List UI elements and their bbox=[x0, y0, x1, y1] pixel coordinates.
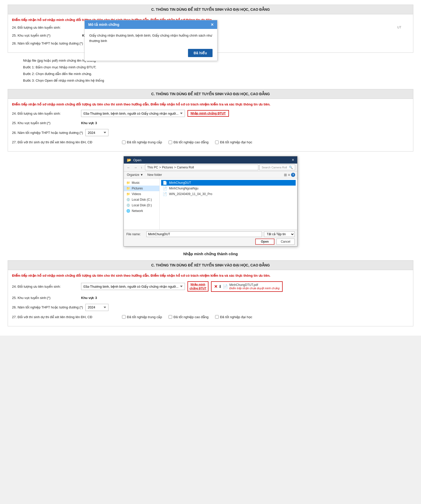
section2-warning: Điểm tiếp nhận hồ sơ nhập minh chứng đối… bbox=[12, 102, 409, 107]
upload-delete-icon[interactable]: ✕ bbox=[214, 284, 217, 289]
section2-header: C. THÔNG TIN DÙNG ĐỂ XÉT TUYỂN SINH VÀO … bbox=[8, 89, 413, 99]
section2-row25-label: 25. Khu vực tuyển sinh:(*) bbox=[12, 121, 79, 125]
section3-chk2-group: Đã tốt nghiệp cao đẳng bbox=[169, 315, 208, 319]
sidebar-item-pictures-label: Pictures bbox=[132, 187, 143, 190]
section3-body: Điểm tiếp nhận hồ sơ nhập minh chứng đối… bbox=[8, 270, 413, 326]
filename-row: File name: Tất cả Tệp tin bbox=[126, 231, 295, 237]
sidebar-item-local-c-label: Local Disk (C:) bbox=[132, 198, 152, 201]
dialog-buttons-row: Open Cancel bbox=[126, 239, 295, 245]
section3-row24-label: 24. Đối tượng ưu tiên tuyển sinh: bbox=[12, 285, 79, 288]
dialog-open-button[interactable]: Open bbox=[255, 239, 274, 245]
view-large-icon[interactable]: ⊞ bbox=[284, 173, 287, 177]
file-item-0[interactable]: 📄 MinhChungDUT bbox=[161, 180, 296, 186]
section2-row27: 27. Đối với thí sinh dự thi để xét liên … bbox=[12, 140, 409, 144]
section2-row24-dropdown[interactable]: 03a-Thương binh, bệnh binh, người có Giấ… bbox=[81, 110, 185, 117]
section2-row26-label: 26. Năm tốt nghiệp THPT hoặc tương đương… bbox=[12, 131, 83, 135]
modal-header: Mô tả minh chứng × bbox=[85, 20, 217, 29]
dialog-actions-bar: Organize ▼ New folder ⊞ ≡ ? bbox=[124, 171, 297, 178]
sidebar-item-local-c[interactable]: 💿 Local Disk (C:) bbox=[124, 197, 159, 202]
file-name-1: MinhChungNgoaiNgu bbox=[169, 187, 198, 190]
section3-header: C. THÔNG TIN DÙNG ĐỂ XÉT TUYỂN SINH VÀO … bbox=[8, 261, 413, 270]
filetype-dropdown[interactable]: Tất cả Tệp tin bbox=[264, 231, 295, 237]
modal-overlay: Mô tả minh chứng × Giấy chứng nhận thươn… bbox=[84, 20, 217, 61]
file-item-1[interactable]: 📄 MinhChungNgoaiNgu bbox=[161, 186, 296, 191]
dialog-path-bar: This PC > Pictures > Camera Roll Search … bbox=[145, 165, 295, 170]
dialog-search-box[interactable]: Search Camera Roll 🔍 bbox=[259, 165, 295, 170]
file-icon-0: 📄 bbox=[163, 181, 167, 185]
section3-row25: 25. Khu vực tuyển sinh:(*) Khu vực 3 bbox=[12, 296, 409, 300]
dialog-nav-forward[interactable]: → bbox=[133, 165, 138, 170]
sidebar-item-network[interactable]: 🌐 Network bbox=[124, 208, 159, 214]
section1-row24-label: 24. Đối tượng ưu tiên tuyển sinh: bbox=[12, 26, 79, 29]
dialog-bottom-bar: File name: Tất cả Tệp tin Open Cancel bbox=[124, 230, 297, 246]
path-camera-roll[interactable]: Camera Roll bbox=[177, 166, 194, 169]
section3-warning: Điểm tiếp nhận hồ sơ nhập minh chứng đối… bbox=[12, 273, 409, 278]
file-item-2[interactable]: 📄 WIN_20240409_11_04_30_Pro bbox=[161, 191, 296, 197]
path-this-pc[interactable]: This PC bbox=[147, 166, 158, 169]
organize-button[interactable]: Organize ▼ bbox=[126, 173, 144, 177]
modal-box: Mô tả minh chứng × Giấy chứng nhận thươn… bbox=[84, 20, 217, 61]
section2-row25: 25. Khu vực tuyển sinh:(*) Khu vực 3 bbox=[12, 121, 409, 125]
view-icons: ⊞ ≡ ? bbox=[284, 173, 295, 177]
section3-row26-dropdown[interactable]: 2024 bbox=[85, 304, 108, 311]
upload-doc-icon: 📄 bbox=[223, 284, 228, 289]
section3-chk2[interactable] bbox=[169, 315, 172, 319]
section2-row27-label: 27. Đối với thí sinh dự thi để xét liên … bbox=[12, 140, 119, 144]
section3-chk3-group: Đã tốt nghiệp đại học bbox=[215, 315, 252, 319]
section1-outer: C. THÔNG TIN DÙNG ĐỂ XÉT TUYỂN SINH VÀO … bbox=[8, 5, 413, 53]
dialog-cancel-button[interactable]: Cancel bbox=[276, 239, 295, 245]
sidebar-item-videos[interactable]: 📁 Videos bbox=[124, 191, 159, 197]
section3-chk1-group: Đã tốt nghiệp trung cấp bbox=[122, 315, 162, 319]
upload-filename: MinhChungDTUT.pdf bbox=[229, 283, 279, 287]
success-title: Nhập minh chứng thành công bbox=[8, 252, 413, 256]
section2-chk3-group: Đã tốt nghiệp đại học bbox=[215, 140, 252, 144]
instruction-line2: Bước 2: Chọn đường dẫn đến file minh chứ… bbox=[23, 71, 413, 77]
view-list-icon[interactable]: ≡ bbox=[288, 173, 290, 177]
dialog-nav-up[interactable]: ↑ bbox=[140, 165, 143, 170]
sidebar-item-pictures[interactable]: 📁 Pictures bbox=[124, 186, 159, 191]
section2-title: C. THÔNG TIN DÙNG ĐỂ XÉT TUYỂN SINH VÀO … bbox=[151, 92, 270, 96]
sidebar-item-local-d[interactable]: 💿 Local Disk (D:) bbox=[124, 202, 159, 208]
dialog-sidebar: 📁 Music 📁 Pictures 📁 Videos 💿 Local Disk… bbox=[124, 178, 160, 230]
upload-info: MinhChungDTUT.pdf Điểm tiếp nhận chưa du… bbox=[229, 283, 280, 290]
modal-close-button[interactable]: × bbox=[211, 22, 214, 27]
network-icon: 🌐 bbox=[126, 209, 130, 213]
file-name-2: WIN_20240409_11_04_30_Pro bbox=[169, 192, 212, 196]
section3-row27-label: 27. Đối với thí sinh dự thi để xét liên … bbox=[12, 315, 119, 319]
modal-confirm-button[interactable]: Đã hiểu bbox=[188, 49, 213, 57]
section2-row24-label: 24. Đối tượng ưu tiên tuyển sinh: bbox=[12, 112, 79, 115]
open-dialog-wrapper: 📂 Open × ← → ↑ This PC > Pictures > Came… bbox=[8, 156, 413, 246]
instruction-line0: Nhập file (jpg hoặc pdf) minh chứng lên … bbox=[23, 57, 413, 64]
dialog-nav-back[interactable]: ← bbox=[126, 165, 131, 170]
section2-chk3-label: Đã tốt nghiệp đại học bbox=[220, 140, 252, 144]
section2-chk2[interactable] bbox=[169, 141, 172, 144]
section1-row25-label: 25. Khu vực tuyển sinh:(*) bbox=[12, 34, 79, 37]
path-pictures[interactable]: Pictures bbox=[162, 166, 173, 169]
upload-download-icon[interactable]: ⬇ bbox=[218, 284, 222, 289]
section1-row26-label: 26. Năm tốt nghiệp THPT hoặc tương đương… bbox=[12, 41, 83, 45]
section2-chk1[interactable] bbox=[122, 141, 126, 144]
section3-chk1[interactable] bbox=[122, 315, 126, 319]
filename-input[interactable] bbox=[146, 231, 262, 237]
music-folder-icon: 📁 bbox=[126, 181, 130, 185]
file-name-0: MinhChungDUT bbox=[169, 181, 191, 185]
section3-chk3[interactable] bbox=[215, 315, 219, 319]
new-folder-button[interactable]: New folder bbox=[146, 173, 163, 177]
dialog-toolbar: ← → ↑ This PC > Pictures > Camera Roll S… bbox=[124, 164, 297, 171]
path-sep2: > bbox=[174, 166, 176, 169]
help-icon[interactable]: ? bbox=[291, 173, 295, 177]
dialog-close-button[interactable]: × bbox=[292, 158, 294, 162]
section2-row25-value: Khu vực 3 bbox=[81, 121, 97, 125]
section2-nhap-btn[interactable]: Nhập minh chứng ĐTUT bbox=[187, 110, 229, 117]
section3-nhap-btn[interactable]: Nhập minhchứng ĐTUT bbox=[187, 281, 208, 292]
section2-row24: 24. Đối tượng ưu tiên tuyển sinh: 03a-Th… bbox=[12, 110, 409, 117]
section2-row26-dropdown[interactable]: 2024 bbox=[85, 129, 108, 136]
instruction-block: Nhập file (jpg hoặc pdf) minh chứng lên … bbox=[23, 57, 413, 84]
dialog-title-left: 📂 Open bbox=[127, 158, 141, 162]
section2-row26: 26. Năm tốt nghiệp THPT hoặc tương đương… bbox=[12, 129, 409, 136]
dialog-content-area: 📁 Music 📁 Pictures 📁 Videos 💿 Local Disk… bbox=[124, 178, 297, 230]
sidebar-item-music[interactable]: 📁 Music bbox=[124, 180, 159, 186]
page-container: C. THÔNG TIN DÙNG ĐỂ XÉT TUYỂN SINH VÀO … bbox=[0, 0, 421, 336]
section2-chk3[interactable] bbox=[215, 141, 219, 144]
section3-row24-dropdown[interactable]: 03a-Thương binh, bệnh binh, người có Giấ… bbox=[81, 283, 185, 290]
